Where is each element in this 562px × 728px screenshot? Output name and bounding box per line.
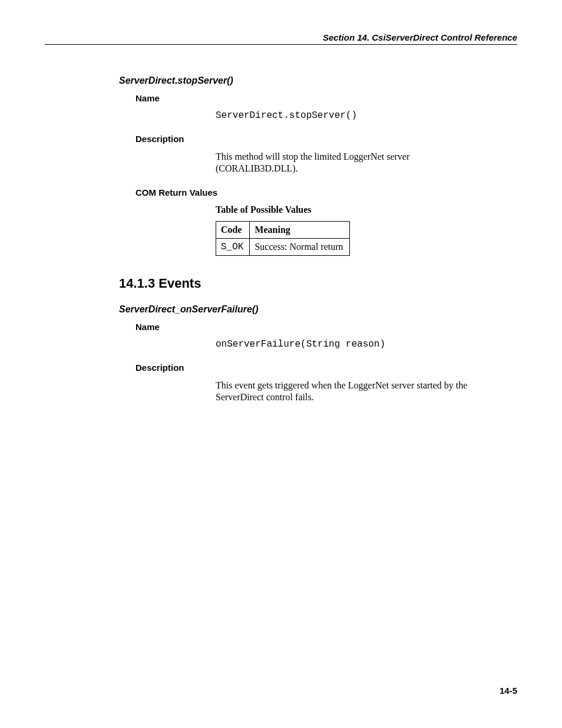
col-header-meaning: Meaning xyxy=(250,222,349,239)
cell-meaning: Success: Normal return xyxy=(250,239,349,256)
description-label: Description xyxy=(135,134,517,144)
method-title-stopserver: ServerDirect.stopServer() xyxy=(119,75,517,86)
event-title-onserverfailure: ServerDirect_onServerFailure() xyxy=(119,304,517,315)
description-label: Description xyxy=(135,363,517,373)
page-number: 14-5 xyxy=(500,686,517,696)
return-values-table: Code Meaning S_OK Success: Normal return xyxy=(216,221,350,256)
table-header-row: Code Meaning xyxy=(216,222,350,239)
col-header-code: Code xyxy=(216,222,250,239)
table-row: S_OK Success: Normal return xyxy=(216,239,350,256)
description-text: This event gets triggered when the Logge… xyxy=(216,380,488,403)
name-label: Name xyxy=(135,93,517,103)
section-heading-events: 14.1.3 Events xyxy=(119,276,517,291)
com-return-values-label: COM Return Values xyxy=(135,187,517,197)
page-container: Section 14. CsiServerDirect Control Refe… xyxy=(0,0,562,728)
method-signature: ServerDirect.stopServer() xyxy=(216,110,517,121)
running-header: Section 14. CsiServerDirect Control Refe… xyxy=(45,32,517,45)
cell-code: S_OK xyxy=(216,239,250,256)
table-title: Table of Possible Values xyxy=(216,205,517,215)
running-title-text: Section 14. CsiServerDirect Control Refe… xyxy=(323,32,517,42)
description-text: This method will stop the limited Logger… xyxy=(216,151,488,174)
event-signature: onServerFailure(String reason) xyxy=(216,339,517,350)
name-label: Name xyxy=(135,322,517,332)
